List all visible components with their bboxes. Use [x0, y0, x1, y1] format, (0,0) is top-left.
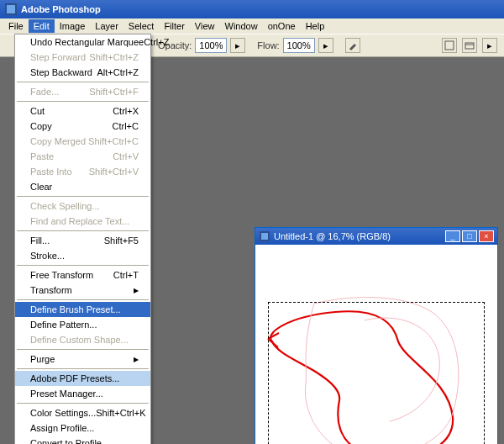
menu-item-label: Cut: [30, 106, 45, 116]
menu-item-label: Define Brush Preset...: [30, 304, 121, 314]
menu-item-shortcut: Ctrl+X: [113, 106, 139, 116]
document-title: Untitled-1 @ 16,7% (RGB/8): [274, 231, 391, 241]
menu-item-free-transform[interactable]: Free TransformCtrl+T: [15, 267, 150, 283]
menu-view[interactable]: View: [190, 19, 220, 33]
edit-menu-dropdown[interactable]: Undo Rectangular MarqueeCtrl+ZStep Forwa…: [14, 34, 151, 444]
menu-item-adobe-pdf-presets[interactable]: Adobe PDF Presets...: [15, 371, 150, 386]
maximize-button[interactable]: □: [462, 230, 477, 242]
close-button[interactable]: ×: [479, 230, 494, 242]
menu-item-convert-to-profile[interactable]: Convert to Profile...: [15, 436, 150, 444]
menu-item-shortcut: Alt+Ctrl+Z: [97, 67, 139, 77]
menu-item-shortcut: Shift+Ctrl+Z: [89, 52, 139, 62]
menu-item-check-spelling: Check Spelling...: [15, 198, 150, 214]
menu-item-paste: PasteCtrl+V: [15, 149, 150, 164]
menu-item-label: Clear: [30, 182, 52, 192]
menu-item-define-pattern[interactable]: Define Pattern...: [15, 317, 150, 332]
menu-item-shortcut: Shift+Ctrl+V: [89, 166, 139, 177]
menu-item-label: Find and Replace Text...: [30, 216, 129, 226]
menu-item-shortcut: Shift+F5: [104, 235, 139, 246]
menu-item-clear[interactable]: Clear: [15, 179, 150, 194]
menu-help[interactable]: Help: [301, 19, 330, 33]
menu-item-copy[interactable]: CopyCtrl+C: [15, 119, 150, 134]
menu-item-label: Preset Manager...: [30, 388, 103, 399]
flow-label: Flow:: [257, 40, 279, 50]
menu-item-label: Adobe PDF Presets...: [30, 373, 119, 383]
document-titlebar[interactable]: Untitled-1 @ 16,7% (RGB/8) _ □ ×: [255, 228, 497, 245]
menu-separator: [17, 299, 149, 300]
menu-item-paste-into: Paste IntoShift+Ctrl+V: [15, 164, 150, 179]
opacity-value[interactable]: 100%: [195, 38, 227, 53]
menu-item-label: Paste: [30, 151, 54, 161]
bridge-icon[interactable]: [462, 38, 477, 53]
menu-separator: [17, 101, 149, 102]
menu-file[interactable]: File: [3, 19, 29, 33]
menu-item-find-and-replace-text: Find and Replace Text...: [15, 214, 150, 229]
menu-item-step-backward[interactable]: Step BackwardAlt+Ctrl+Z: [15, 65, 150, 80]
menu-filter[interactable]: Filter: [159, 19, 189, 33]
app-title: Adobe Photoshop: [21, 4, 101, 14]
app-titlebar: Adobe Photoshop: [0, 0, 504, 18]
menu-item-define-custom-shape: Define Custom Shape...: [15, 332, 150, 347]
flow-group: Flow: 100% ▸: [257, 38, 333, 53]
menu-item-transform[interactable]: Transform▶: [15, 283, 150, 298]
menu-separator: [17, 82, 149, 82]
menu-item-label: Free Transform: [30, 270, 93, 280]
flow-value[interactable]: 100%: [283, 38, 315, 53]
menu-item-shortcut: Ctrl+T: [113, 270, 139, 280]
menu-item-label: Copy Merged: [30, 136, 86, 146]
menu-item-label: Stroke...: [30, 251, 65, 261]
menu-item-shortcut: Shift+Ctrl+F: [89, 87, 139, 97]
workspace-menu-icon[interactable]: ▸: [482, 38, 497, 53]
opacity-flyout-icon[interactable]: ▸: [230, 38, 245, 53]
menu-item-label: Convert to Profile...: [30, 438, 109, 444]
canvas[interactable]: [255, 245, 497, 444]
menu-separator: [17, 403, 149, 404]
submenu-arrow-icon: ▶: [134, 287, 139, 294]
menu-item-label: Purge: [30, 354, 55, 364]
document-window[interactable]: Untitled-1 @ 16,7% (RGB/8) _ □ ×: [255, 227, 498, 444]
menu-separator: [17, 230, 149, 231]
menu-layer[interactable]: Layer: [90, 19, 123, 33]
menu-separator: [17, 196, 149, 197]
selection-marquee: [268, 302, 485, 444]
menubar[interactable]: FileEditImageLayerSelectFilterViewWindow…: [0, 18, 504, 34]
menu-item-color-settings[interactable]: Color Settings...Shift+Ctrl+K: [15, 405, 150, 420]
submenu-arrow-icon: ▶: [134, 356, 139, 363]
menu-edit[interactable]: Edit: [29, 19, 55, 33]
flow-flyout-icon[interactable]: ▸: [318, 38, 333, 53]
menu-item-define-brush-preset[interactable]: Define Brush Preset...: [15, 302, 150, 317]
menu-separator: [17, 265, 149, 266]
menu-onone[interactable]: onOne: [263, 19, 301, 33]
airbrush-icon[interactable]: [345, 38, 360, 53]
menu-item-stroke[interactable]: Stroke...: [15, 248, 150, 263]
menu-item-assign-profile[interactable]: Assign Profile...: [15, 420, 150, 436]
opacity-group: Opacity: 100% ▸: [158, 38, 245, 53]
menu-item-fade: Fade...Shift+Ctrl+F: [15, 84, 150, 99]
menu-item-label: Step Backward: [30, 67, 92, 77]
menu-separator: [17, 349, 149, 350]
menu-item-label: Transform: [30, 285, 72, 295]
menu-item-cut[interactable]: CutCtrl+X: [15, 103, 150, 119]
menu-item-label: Undo Rectangular Marquee: [30, 37, 144, 47]
menu-item-label: Fade...: [30, 87, 59, 97]
menu-item-purge[interactable]: Purge▶: [15, 352, 150, 367]
svg-rect-1: [7, 5, 15, 13]
menu-item-preset-manager[interactable]: Preset Manager...: [15, 386, 150, 401]
menu-image[interactable]: Image: [55, 19, 91, 33]
menu-item-shortcut: Ctrl+C: [113, 121, 139, 131]
menu-item-shortcut: Ctrl+Z: [144, 37, 169, 47]
menu-item-label: Define Pattern...: [30, 320, 97, 330]
svg-rect-2: [445, 41, 454, 50]
menu-item-fill[interactable]: Fill...Shift+F5: [15, 233, 150, 248]
menu-window[interactable]: Window: [220, 19, 263, 33]
palette-well-icon[interactable]: [442, 38, 457, 53]
menu-item-shortcut: Shift+Ctrl+C: [88, 136, 139, 146]
menu-item-label: Define Custom Shape...: [30, 335, 129, 345]
menu-item-copy-merged: Copy MergedShift+Ctrl+C: [15, 134, 150, 149]
menu-select[interactable]: Select: [123, 19, 160, 33]
menu-separator: [17, 368, 149, 369]
menu-item-step-forward: Step ForwardShift+Ctrl+Z: [15, 50, 150, 65]
menu-item-undo-rectangular-marquee[interactable]: Undo Rectangular MarqueeCtrl+Z: [15, 34, 150, 50]
minimize-button[interactable]: _: [445, 230, 460, 242]
menu-item-label: Check Spelling...: [30, 201, 100, 211]
